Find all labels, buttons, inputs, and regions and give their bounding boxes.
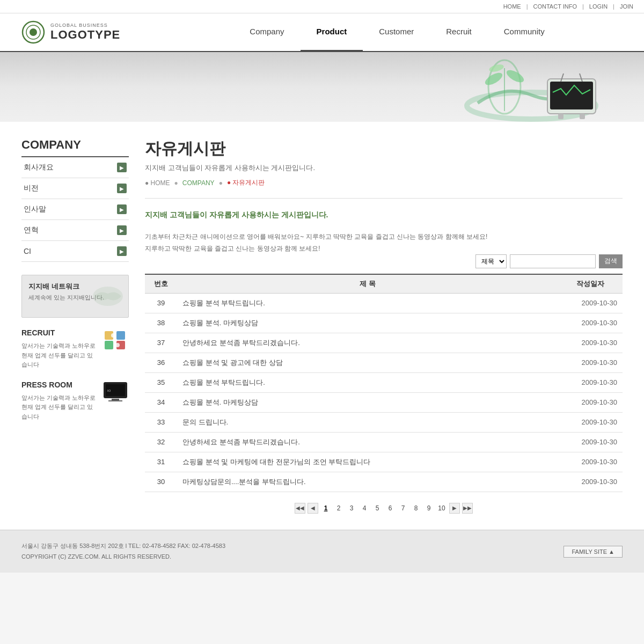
cell-date: 2009-10-30: [558, 472, 623, 492]
sidebar-link-ci[interactable]: CI ▶: [21, 241, 129, 261]
cell-num: 34: [145, 392, 177, 412]
page-title-area: 자유게시판 지지배 고객님들이 자유롭게 사용하시는 게시판입니다. ● HOM…: [145, 138, 623, 199]
search-input[interactable]: [510, 254, 596, 268]
cell-date: 2009-10-30: [558, 293, 623, 313]
pagination-page-5[interactable]: 5: [372, 503, 383, 514]
pagination: ◀◀ ◀ 1 2 3 4 5 6 7 8 9 10 ▶ ▶▶: [145, 503, 623, 514]
pagination-page-9[interactable]: 9: [423, 503, 434, 514]
svg-rect-5: [550, 82, 593, 109]
pagination-page-2[interactable]: 2: [333, 503, 344, 514]
table-row[interactable]: 39 쇼핑몰 분석 부탁드립니다. 2009-10-30: [145, 293, 623, 313]
pagination-last[interactable]: ▶▶: [462, 503, 473, 514]
pagination-page-6[interactable]: 6: [385, 503, 396, 514]
sidebar-link-greeting[interactable]: 인사말 ▶: [21, 199, 129, 219]
nav-item-customer[interactable]: Customer: [363, 13, 430, 52]
sidebar-title: COMPANY: [21, 138, 129, 157]
page-description-sub1: 기초부터 차근차근 애니메이션으로 영어를 배워보아요~ 지루하고 딱딱한 교육…: [145, 231, 623, 242]
search-category-select[interactable]: 제목: [475, 254, 507, 268]
cell-date: 2009-10-30: [558, 392, 623, 412]
table-row[interactable]: 37 안녕하세요 분석좀 부탁드리겠습니다. 2009-10-30: [145, 333, 623, 353]
svg-point-20: [111, 333, 115, 338]
top-login-link[interactable]: LOGIN: [589, 3, 608, 10]
nav-item-recruit[interactable]: Recruit: [430, 13, 488, 52]
pagination-page-3[interactable]: 3: [346, 503, 357, 514]
col-header-title: 제 목: [177, 274, 558, 294]
svg-rect-8: [558, 114, 564, 119]
arrow-icon-1: ▶: [117, 163, 127, 172]
svg-point-13: [504, 68, 525, 85]
cell-title[interactable]: 쇼핑몰 분석 부탁드립니다.: [177, 293, 558, 313]
page-title: 자유게시판: [145, 138, 623, 160]
cell-num: 33: [145, 412, 177, 432]
cell-date: 2009-10-30: [558, 412, 623, 432]
pagination-prev[interactable]: ◀: [308, 503, 318, 514]
pagination-page-10[interactable]: 10: [436, 503, 447, 514]
cell-num: 31: [145, 452, 177, 472]
top-home-link[interactable]: HOME: [503, 3, 521, 10]
sidebar-pressroom-section: PRESS ROOM 앞서가는 기술력과 노하우로 현재 업계 선두를 달리고 …: [21, 380, 129, 422]
svg-point-21: [115, 343, 120, 347]
sidebar-menu-item-3: 인사말 ▶: [21, 199, 129, 220]
cell-title[interactable]: 쇼핑몰 분석 및 광고에 대한 상담: [177, 353, 558, 372]
table-row[interactable]: 35 쇼핑몰 분석 부탁드립니다. 2009-10-30: [145, 372, 623, 392]
sidebar-network-banner[interactable]: 지지배 네트워크 세계속에 있는 지지배입니다.: [21, 275, 129, 318]
cell-date: 2009-10-30: [558, 353, 623, 372]
table-row[interactable]: 34 쇼핑몰 분석. 마케팅상담 2009-10-30: [145, 392, 623, 412]
svg-point-12: [483, 70, 504, 87]
cell-title[interactable]: 쇼핑몰 분석 부탁드립니다.: [177, 372, 558, 392]
logo-big-text: LOGOTYPE: [50, 28, 120, 42]
logo-area: GOLOBAL BUSINESS LOGOTYPE: [21, 20, 140, 44]
col-header-date: 작성일자: [558, 274, 623, 294]
cell-title[interactable]: 쇼핑몰 분석. 마케팅상담: [177, 313, 558, 333]
sidebar-link-company-overview[interactable]: 회사개요 ▶: [21, 157, 129, 178]
pagination-first[interactable]: ◀◀: [295, 503, 305, 514]
sidebar: COMPANY 회사개요 ▶ 비전 ▶ 인사말 ▶: [21, 138, 129, 514]
cell-date: 2009-10-30: [558, 452, 623, 472]
board-table: 번호 제 목 작성일자 39 쇼핑몰 분석 부탁드립니다. 2009-10-30…: [145, 274, 623, 492]
sidebar-pressroom-text: 앞서가는 기술력과 노하우로 현재 업계 선두를 달리고 있습니다: [21, 393, 98, 422]
cell-num: 35: [145, 372, 177, 392]
sidebar-menu-item-4: 연혁 ▶: [21, 220, 129, 241]
pagination-page-1[interactable]: 1: [320, 503, 331, 514]
top-contact-link[interactable]: CONTACT INFO: [533, 3, 577, 10]
main-container: COMPANY 회사개요 ▶ 비전 ▶ 인사말 ▶: [0, 122, 644, 530]
pagination-page-4[interactable]: 4: [359, 503, 370, 514]
puzzle-icon: [102, 328, 129, 350]
sidebar-recruit-section: RECRUIT 앞서가는 기술력과 노하우로 현재 업계 선두를 달리고 있습니…: [21, 328, 129, 370]
pagination-page-8[interactable]: 8: [411, 503, 421, 514]
svg-rect-18: [105, 341, 113, 349]
cell-title[interactable]: 안녕하세요 분석좀 부탁드리겠습니다.: [177, 333, 558, 353]
family-site-button[interactable]: FAMILY SITE ▲: [564, 546, 623, 558]
table-body: 39 쇼핑몰 분석 부탁드립니다. 2009-10-30 38 쇼핑몰 분석. …: [145, 293, 623, 492]
table-row[interactable]: 36 쇼핑몰 분석 및 광고에 대한 상담 2009-10-30: [145, 353, 623, 372]
sidebar-recruit-text: 앞서가는 기술력과 노하우로 현재 업계 선두를 달리고 있습니다: [21, 341, 98, 370]
world-map-icon: [92, 286, 124, 307]
hero-banner: [0, 52, 644, 122]
header: GOLOBAL BUSINESS LOGOTYPE Company Produc…: [0, 13, 644, 52]
search-button[interactable]: 검색: [599, 254, 623, 268]
nav-item-company[interactable]: Company: [233, 13, 300, 52]
main-nav: Company Product Customer Recruit Communi…: [172, 13, 623, 52]
nav-item-product[interactable]: Product: [301, 13, 363, 52]
pagination-page-7[interactable]: 7: [398, 503, 408, 514]
table-row[interactable]: 31 쇼핑몰 분석 및 마케팅에 대한 전문가님의 조언 부탁드립니다 2009…: [145, 452, 623, 472]
top-bar: HOME | CONTACT INFO | LOGIN | JOIN: [0, 0, 644, 13]
cell-title[interactable]: 쇼핑몰 분석. 마케팅상담: [177, 392, 558, 412]
page-description-sub2: 지루하고 딱딱한 교육을 즐겁고 신나는 동영상과 함께 보세요!: [145, 243, 623, 254]
top-join-link[interactable]: JOIN: [620, 3, 633, 10]
cell-title[interactable]: 문의 드립니다.: [177, 412, 558, 432]
svg-rect-17: [116, 331, 125, 340]
sidebar-link-vision[interactable]: 비전 ▶: [21, 178, 129, 199]
table-row[interactable]: 32 안녕하세요 분석좀 부탁드리겠습니다. 2009-10-30: [145, 432, 623, 452]
cell-title[interactable]: 마케팅상담문의....분석을 부탁드립니다.: [177, 472, 558, 492]
cell-title[interactable]: 쇼핑몰 분석 및 마케팅에 대한 전문가님의 조언 부탁드립니다: [177, 452, 558, 472]
pagination-next[interactable]: ▶: [449, 503, 460, 514]
table-row[interactable]: 38 쇼핑몰 분석. 마케팅상담 2009-10-30: [145, 313, 623, 333]
sidebar-link-history[interactable]: 연혁 ▶: [21, 220, 129, 240]
cell-title[interactable]: 안녕하세요 분석좀 부탁드리겠습니다.: [177, 432, 558, 452]
nav-item-community[interactable]: Community: [488, 13, 561, 52]
table-row[interactable]: 30 마케팅상담문의....분석을 부탁드립니다. 2009-10-30: [145, 472, 623, 492]
search-bar: 제목 검색: [145, 254, 623, 268]
table-row[interactable]: 33 문의 드립니다. 2009-10-30: [145, 412, 623, 432]
sidebar-menu-item-1: 회사개요 ▶: [21, 157, 129, 178]
